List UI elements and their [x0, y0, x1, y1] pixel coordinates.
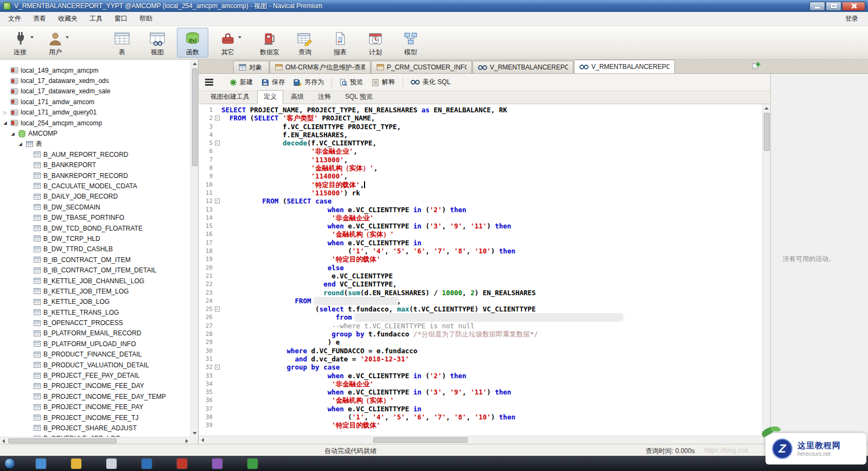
- table-item[interactable]: B_PROJECT_INCOME_FEE_DAY: [0, 381, 190, 391]
- editor-menu-icon[interactable]: [205, 79, 213, 86]
- code-text[interactable]: when e.VC_CLIENTTYPE in ('3', '9', '11')…: [221, 222, 762, 230]
- fold-marker[interactable]: -: [213, 114, 221, 122]
- table-item[interactable]: B_DW_TCD_BOND_FLOATRATE: [0, 223, 190, 233]
- toolbar-button-user[interactable]: 用户: [40, 28, 71, 58]
- connection-item[interactable]: local_171_amdw_amcom: [0, 97, 190, 107]
- code-text[interactable]: ) e: [221, 338, 762, 346]
- code-text[interactable]: '114000',: [221, 172, 762, 180]
- code-text[interactable]: and d.vc_date = '2018-12-31': [221, 355, 762, 363]
- taskbar-app-icon[interactable]: [142, 459, 152, 469]
- toolbar-button-model[interactable]: 模型: [395, 28, 426, 58]
- table-item[interactable]: B_PROJECT_INCOME_FEE_TJ: [0, 412, 190, 423]
- new-button[interactable]: 新建: [225, 75, 257, 89]
- scrollbar-thumb[interactable]: [764, 113, 770, 151]
- toolbar-button-query[interactable]: 查询: [289, 28, 321, 58]
- expanded-arrow-icon[interactable]: ◢: [2, 120, 8, 125]
- toolbar-button-view[interactable]: 视图: [142, 28, 173, 58]
- beautify-sql-button[interactable]: 美化 SQL: [406, 75, 455, 89]
- scroll-right-icon[interactable]: [183, 437, 190, 444]
- close-button[interactable]: [842, 2, 865, 11]
- code-text[interactable]: --where t.VC_CLIENTTYPE is not null: [221, 322, 762, 330]
- code-text[interactable]: end VC_CLIENTTYPE,: [221, 280, 762, 288]
- code-text[interactable]: '金融机构（实体）',: [221, 164, 762, 172]
- toolbar-button-connection[interactable]: 连接: [4, 28, 36, 58]
- code-text[interactable]: else: [221, 264, 762, 272]
- code-text[interactable]: '金融机构（实体）': [221, 230, 762, 238]
- editor-tab-0[interactable]: 视图创建工具: [204, 90, 256, 104]
- fold-collapse-icon[interactable]: -: [215, 199, 220, 203]
- scroll-down-icon[interactable]: [191, 429, 199, 437]
- table-item[interactable]: B_DW_TTRD_CASHLB: [0, 244, 190, 254]
- code-text[interactable]: FROM (SELECT case: [221, 197, 762, 205]
- editor-tab-2[interactable]: 高级: [284, 90, 310, 104]
- scroll-left-icon[interactable]: [0, 437, 7, 444]
- scrollbar-thumb[interactable]: [192, 68, 197, 166]
- code-text[interactable]: SELECT PROJECT_NAME, PROJECT_TYPE, EN_RE…: [221, 106, 762, 114]
- scroll-up-icon[interactable]: [763, 104, 770, 112]
- table-item[interactable]: B_DW_TBASE_PORTINFO: [0, 212, 190, 222]
- document-tab-0[interactable]: 对象: [233, 61, 269, 73]
- code-text[interactable]: '非金融企业',: [221, 147, 762, 155]
- collapsed-arrow-icon[interactable]: ▷: [2, 110, 8, 115]
- code-text[interactable]: '113000',: [221, 156, 762, 164]
- taskbar-app-icon[interactable]: [36, 459, 46, 469]
- document-tab-1[interactable]: OM-CRM客户信息维护-查看...: [270, 61, 371, 73]
- table-item[interactable]: B_IB_CONTRACT_OM_ITEM: [0, 254, 190, 265]
- fold-collapse-icon[interactable]: -: [215, 116, 220, 120]
- table-item[interactable]: B_PLATFORM_UPLOAD_INFO: [0, 339, 190, 349]
- table-item[interactable]: B_PRODUCT_FINANCE_DETAIL: [0, 349, 190, 360]
- preview-button[interactable]: 预览: [335, 75, 367, 89]
- code-text[interactable]: where d.VC_FUNDACCO = e.fundacco: [221, 347, 762, 355]
- code-text[interactable]: when e.VC_CLIENTTYPE in ('2') then: [221, 206, 762, 214]
- code-text[interactable]: decode(f.VC_CLIENTTYPE,: [221, 139, 762, 147]
- database-item[interactable]: ◢AMCOMP: [0, 128, 190, 138]
- connection-item[interactable]: local_17_dataware_xedm_sale: [0, 86, 190, 97]
- code-text[interactable]: e.VC_CLIENTTYPE: [221, 272, 762, 280]
- connection-item[interactable]: ▷local_171_amdw_query01: [0, 107, 190, 118]
- table-item[interactable]: B_BANKREPORT: [0, 160, 190, 170]
- scroll-up-icon[interactable]: [191, 60, 199, 67]
- table-item[interactable]: B_BANKREPORT_RECORD: [0, 170, 190, 181]
- toolbar-button-datapump[interactable]: 数据泵: [254, 28, 285, 58]
- code-text[interactable]: '非金融企业': [221, 380, 762, 388]
- table-item[interactable]: B_PROJECT_SHARE_ADJUST: [0, 423, 190, 433]
- sidebar-vertical-scrollbar[interactable]: [190, 60, 198, 437]
- editor-tab-1[interactable]: 定义: [257, 90, 283, 104]
- fold-marker[interactable]: -: [213, 305, 221, 313]
- table-item[interactable]: B_PROJECT_FEE_PAY_DETAIL: [0, 370, 190, 380]
- start-button-icon[interactable]: [4, 458, 15, 469]
- code-text[interactable]: FROM (SELECT '客户类型' PROJECT_NAME,: [221, 114, 762, 122]
- toolbar-button-function[interactable]: f(x) 函数: [177, 28, 208, 58]
- taskbar-app-icon[interactable]: [247, 459, 258, 469]
- login-button[interactable]: 登录: [838, 12, 866, 26]
- editor-tab-3[interactable]: 注释: [311, 90, 337, 104]
- sidebar-horizontal-scrollbar[interactable]: [0, 437, 190, 444]
- document-tab-2[interactable]: P_CRM_CUSTOMER_INFO ...: [371, 61, 472, 73]
- code-text[interactable]: when e.VC_CLIENTTYPE in: [221, 239, 762, 247]
- document-tab-3[interactable]: V_RMENTBALANCEREPORT...: [473, 61, 573, 73]
- scrollbar-thumb[interactable]: [8, 438, 117, 443]
- table-item[interactable]: B_PROJECT_INCOME_FEE_PAY: [0, 402, 190, 412]
- code-text[interactable]: '特定目的载体': [221, 255, 762, 263]
- menu-item-1[interactable]: 查看: [27, 12, 52, 26]
- table-item[interactable]: B_IB_CONTRACT_OM_ITEM_DETAIL: [0, 265, 190, 275]
- code-text[interactable]: (select t.fundacco, max(t.VC_CLIENTTYPE)…: [221, 305, 762, 313]
- menu-item-2[interactable]: 收藏夹: [52, 12, 84, 26]
- minimize-button[interactable]: [809, 2, 825, 11]
- fold-marker[interactable]: -: [213, 363, 221, 371]
- code-text[interactable]: ('1', '4', '5', '6', '7', '8', '10') the…: [221, 247, 762, 255]
- toolbar-button-others[interactable]: 其它: [212, 28, 244, 58]
- table-item[interactable]: B_KETTLE_TRANS_LOG: [0, 307, 190, 317]
- code-text[interactable]: f.VC_CLIENTTYPE PROJECT_TYPE,: [221, 123, 762, 131]
- taskbar-app-icon[interactable]: [212, 459, 222, 469]
- scroll-left-icon[interactable]: [199, 436, 206, 444]
- table-item[interactable]: B_PROJECT_INCOME_FEE_DAY_TEMP: [0, 391, 190, 402]
- table-item[interactable]: B_KETTLE_JOB_LOG: [0, 297, 190, 307]
- new-tab-button[interactable]: [752, 61, 762, 71]
- sql-code-editor[interactable]: 1SELECT PROJECT_NAME, PROJECT_TYPE, EN_R…: [199, 104, 762, 436]
- code-text[interactable]: when e.VC_CLIENTTYPE in ('2') then: [221, 372, 762, 380]
- menu-item-5[interactable]: 帮助: [133, 12, 158, 26]
- fold-collapse-icon[interactable]: -: [215, 307, 220, 311]
- fold-collapse-icon[interactable]: -: [215, 365, 220, 370]
- maximize-button[interactable]: [826, 2, 841, 11]
